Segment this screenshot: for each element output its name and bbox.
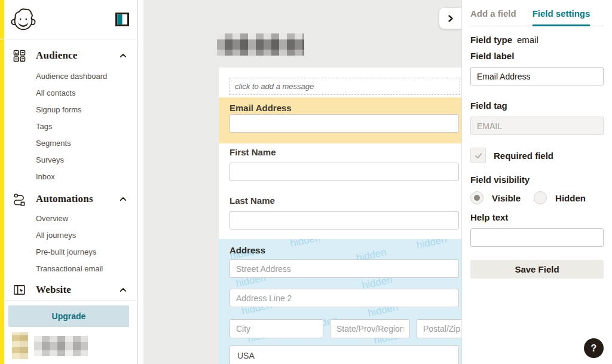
last-name-field-input[interactable] (230, 211, 459, 230)
tab-add-a-field[interactable]: Add a field (470, 8, 516, 26)
visible-label: Visible (492, 193, 521, 203)
add-message-placeholder[interactable]: click to add a message (230, 78, 460, 95)
country-select[interactable]: USA (230, 345, 459, 364)
sidebar-item-surveys[interactable]: Surveys (0, 152, 137, 169)
sidebar-section-label: Website (36, 284, 71, 296)
field-type-value: email (517, 35, 538, 45)
sidebar-item-signup-forms[interactable]: Signup forms (0, 102, 137, 118)
address-field-block-hidden[interactable]: hiddenhiddenhiddenhiddenhiddenhidden hid… (219, 239, 461, 364)
sidebar-item-all-journeys[interactable]: All journeys (0, 227, 137, 244)
visible-radio[interactable] (470, 191, 484, 204)
panel-tabs: Add a field Field settings (470, 0, 604, 26)
field-visibility-label: Field visibility (470, 175, 604, 185)
visibility-options: Visible Hidden (470, 191, 604, 204)
sidebar-divider (0, 300, 137, 301)
automations-icon (13, 193, 26, 206)
sidebar-section-label: Audience (36, 50, 78, 62)
sidebar-item-audience-dashboard[interactable]: Audience dashboard (0, 68, 137, 85)
email-field-block-selected[interactable]: Email Address (219, 97, 461, 143)
last-name-field-label: Last Name (230, 195, 275, 206)
chevron-up-icon (119, 51, 127, 60)
upgrade-button[interactable]: Upgrade (8, 305, 129, 327)
field-type-label: Field type (470, 35, 512, 45)
first-name-field-label: First Name (230, 147, 276, 157)
field-tag-input (470, 117, 604, 135)
required-field-label: Required field (494, 151, 553, 161)
email-field-label: Email Address (230, 103, 292, 113)
field-label-label: Field label (470, 51, 604, 61)
form-builder-canvas: click to add a message Email Address Fir… (143, 0, 461, 364)
sidebar-item-tags[interactable]: Tags (0, 118, 137, 135)
sidebar-section-label: Automations (36, 193, 93, 205)
city-input[interactable] (230, 319, 323, 338)
mailchimp-logo-icon[interactable] (10, 6, 37, 33)
signup-form-preview: click to add a message Email Address Fir… (219, 68, 461, 364)
help-text-label: Help text (470, 212, 604, 222)
chevron-right-icon (446, 14, 455, 23)
hidden-label: Hidden (555, 193, 586, 203)
automations-links: Overview All journeys Pre-built journeys… (0, 209, 137, 277)
sidebar-item-all-contacts[interactable]: All contacts (0, 85, 137, 102)
city-state-postal-row (230, 319, 461, 338)
sidebar-section-website[interactable]: Website (0, 280, 137, 300)
collapse-panel-button[interactable] (439, 8, 461, 29)
hidden-radio[interactable] (534, 191, 547, 204)
collapse-sidebar-icon[interactable] (115, 13, 129, 26)
audience-links: Audience dashboard All contacts Signup f… (0, 66, 137, 185)
help-text-input[interactable] (470, 228, 604, 247)
form-title-redacted (217, 33, 304, 56)
field-label-input[interactable] (470, 67, 604, 85)
first-name-field-input[interactable] (230, 163, 459, 181)
field-type-row: Field typeemail (470, 35, 604, 45)
save-field-button[interactable]: Save Field (470, 260, 604, 279)
sidebar-section-automations[interactable]: Automations (0, 189, 137, 209)
mailchimp-signup-form-builder: Audience Audience dashboard All contacts… (0, 0, 612, 364)
sidebar-section-audience[interactable]: Audience (0, 45, 137, 66)
checkmark-icon (474, 151, 483, 160)
required-field-row: Required field (470, 148, 604, 163)
state-input[interactable] (330, 319, 410, 338)
help-button[interactable]: ? (584, 338, 604, 358)
required-checkbox (470, 148, 486, 163)
sidebar-item-segments[interactable]: Segments (0, 135, 137, 152)
postal-input[interactable] (417, 319, 461, 338)
sidebar-item-inbox[interactable]: Inbox (0, 169, 137, 185)
avatar (12, 332, 28, 359)
chevron-up-icon (119, 195, 127, 203)
sidebar-logo-row (0, 0, 137, 39)
sidebar-nav: Audience Audience dashboard All contacts… (0, 45, 137, 300)
email-field-input[interactable] (230, 114, 459, 133)
website-icon (13, 284, 26, 296)
sidebar-item-prebuilt-journeys[interactable]: Pre-built journeys (0, 244, 137, 261)
address-line2-input[interactable] (230, 289, 459, 307)
address-field-label: Address (230, 245, 265, 255)
sidebar: Audience Audience dashboard All contacts… (0, 0, 137, 364)
street-address-input[interactable] (230, 259, 459, 278)
audience-icon (13, 50, 26, 62)
account-name-redacted (34, 336, 88, 356)
tab-field-settings[interactable]: Field settings (533, 8, 590, 26)
content-gutter (138, 0, 143, 364)
field-settings-panel: Add a field Field settings Field typeema… (461, 0, 612, 364)
sidebar-item-overview[interactable]: Overview (0, 210, 137, 227)
field-tag-label: Field tag (470, 100, 604, 111)
chevron-up-icon (119, 286, 127, 294)
sidebar-item-transactional-email[interactable]: Transactional email (0, 261, 137, 277)
account-row[interactable] (0, 329, 137, 364)
